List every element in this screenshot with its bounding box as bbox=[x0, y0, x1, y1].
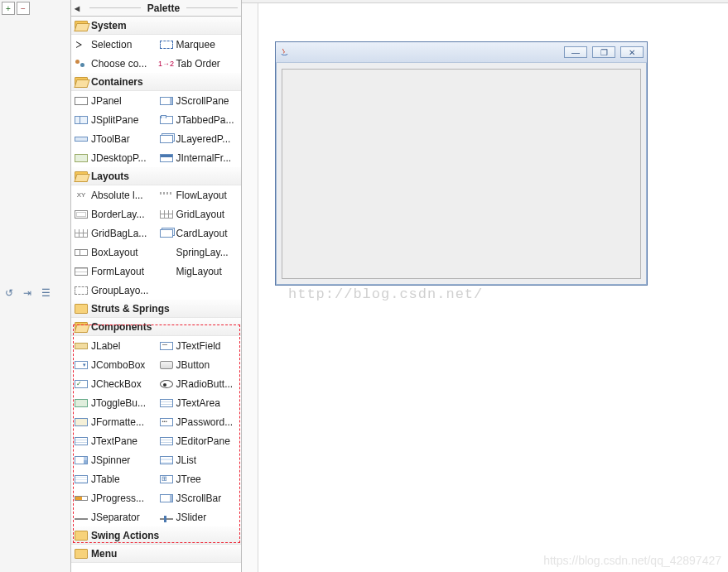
category-items: JLabelJTextFieldJComboBoxJButtonJCheckBo… bbox=[71, 336, 241, 526]
palette-item-label: JPassword... bbox=[176, 416, 234, 428]
category-label: Swing Actions bbox=[91, 530, 159, 541]
folder-closed-icon bbox=[75, 304, 88, 314]
palette-item-label: JCheckBox bbox=[91, 378, 142, 390]
tool-icon-1[interactable]: ↺ bbox=[2, 286, 17, 300]
check-icon bbox=[75, 380, 88, 388]
palette-item-selection[interactable]: Selection bbox=[71, 35, 157, 54]
category-menu: Menu bbox=[71, 545, 241, 563]
palette-item-jformatte[interactable]: JFormatte... bbox=[71, 412, 157, 431]
palette-header[interactable]: ◂ Palette bbox=[71, 0, 241, 17]
palette-item-flowlayout[interactable]: FlowLayout bbox=[157, 185, 242, 204]
jframe-preview[interactable]: — ❐ ✕ bbox=[275, 41, 648, 286]
palette-item-jcombobox[interactable]: JComboBox bbox=[71, 355, 157, 374]
palette-item-label: JLayeredP... bbox=[176, 133, 231, 145]
minimize-button[interactable]: — bbox=[564, 46, 587, 58]
category-header-layouts[interactable]: Layouts bbox=[71, 167, 241, 185]
jframe-content-pane[interactable] bbox=[282, 69, 641, 279]
category-header-components[interactable]: Components bbox=[71, 318, 241, 336]
palette-item-label: JToolBar bbox=[91, 133, 130, 145]
cursor-icon bbox=[75, 39, 88, 50]
palette-item-miglayout[interactable]: MigLayout bbox=[157, 262, 242, 281]
palette-item-jscrollbar[interactable]: JScrollBar bbox=[157, 488, 242, 507]
category-items: Absolute l...FlowLayoutBorderLay...GridL… bbox=[71, 185, 241, 300]
palette-item-jlabel[interactable]: JLabel bbox=[71, 336, 157, 355]
category-label: Menu bbox=[91, 548, 117, 560]
collapse-all-button[interactable]: − bbox=[17, 2, 30, 15]
palette-item-gridbagla[interactable]: GridBagLa... bbox=[71, 224, 157, 243]
palette-item-label: CardLayout bbox=[176, 228, 228, 239]
palette-item-taborder[interactable]: 1→2Tab Order bbox=[157, 54, 242, 73]
palette-item-marquee[interactable]: Marquee bbox=[157, 35, 242, 54]
palette-item-jspinner[interactable]: JSpinner bbox=[71, 450, 157, 469]
scroll-icon bbox=[160, 97, 173, 105]
palette-item-gridlayout[interactable]: GridLayout bbox=[157, 204, 242, 224]
close-button[interactable]: ✕ bbox=[620, 46, 644, 58]
palette-item-jradiobutt[interactable]: JRadioButt... bbox=[157, 374, 242, 393]
palette-item-jtextfield[interactable]: JTextField bbox=[157, 336, 242, 355]
palette-item-label: JTree bbox=[176, 473, 201, 485]
palette-item-formlayout[interactable]: FormLayout bbox=[71, 262, 157, 281]
collapse-arrow-icon[interactable]: ◂ bbox=[75, 2, 86, 14]
palette-item-jbutton[interactable]: JButton bbox=[157, 355, 242, 374]
expand-all-button[interactable]: + bbox=[2, 2, 15, 15]
palette-item-jtable[interactable]: JTable bbox=[71, 469, 157, 488]
spinner-icon bbox=[75, 456, 88, 464]
maximize-button[interactable]: ❐ bbox=[592, 46, 615, 58]
category-system: SystemSelectionMarqueeChoose co...1→2Tab… bbox=[71, 17, 241, 73]
palette-item-cardlayout[interactable]: CardLayout bbox=[157, 224, 242, 243]
category-header-system[interactable]: System bbox=[71, 17, 241, 35]
palette-item-label: JTextField bbox=[176, 340, 221, 352]
category-header-containers[interactable]: Containers bbox=[71, 73, 241, 91]
palette-item-jinternalfr[interactable]: JInternalFr... bbox=[157, 148, 242, 167]
palette-item-jcheckbox[interactable]: JCheckBox bbox=[71, 374, 157, 393]
balls-icon bbox=[75, 58, 88, 70]
palette-item-jlayeredp[interactable]: JLayeredP... bbox=[157, 129, 242, 148]
palette-item-jslider[interactable]: JSlider bbox=[157, 507, 242, 526]
desk-icon bbox=[75, 154, 88, 162]
palette-item-jprogress[interactable]: JProgress... bbox=[71, 488, 157, 507]
palette-item-jpanel[interactable]: JPanel bbox=[71, 91, 157, 110]
palette-item-absolutel[interactable]: Absolute l... bbox=[71, 185, 157, 204]
palette-scroll[interactable]: SystemSelectionMarqueeChoose co...1→2Tab… bbox=[71, 17, 241, 572]
designer-canvas[interactable]: — ❐ ✕ http://blog.csdn.net/ https://blog… bbox=[242, 0, 728, 572]
palette-item-boxlayout[interactable]: BoxLayout bbox=[71, 243, 157, 262]
grid-icon bbox=[160, 210, 173, 219]
palette-item-chooseco[interactable]: Choose co... bbox=[71, 54, 157, 73]
palette-item-jscrollpane[interactable]: JScrollPane bbox=[157, 91, 242, 110]
palette-item-jtogglebu[interactable]: JToggleBu... bbox=[71, 393, 157, 412]
palette-item-jtextarea[interactable]: JTextArea bbox=[157, 393, 242, 412]
palette-item-jtoolbar[interactable]: JToolBar bbox=[71, 129, 157, 148]
panel-icon bbox=[75, 97, 88, 105]
tool-icon-2[interactable]: ⇥ bbox=[20, 286, 35, 300]
palette-item-jpassword[interactable]: JPassword... bbox=[157, 412, 242, 431]
flow-icon bbox=[160, 192, 173, 199]
palette-item-jlist[interactable]: JList bbox=[157, 450, 242, 469]
palette-item-label: JLabel bbox=[91, 340, 120, 352]
category-label: Containers bbox=[91, 76, 143, 88]
palette-item-jeditorpane[interactable]: JEditorPane bbox=[157, 431, 242, 450]
tool-icon-3[interactable]: ☰ bbox=[38, 286, 53, 300]
category-header-struts[interactable]: Struts & Springs bbox=[71, 300, 241, 318]
sep-icon bbox=[75, 518, 88, 520]
category-items: JPanelJScrollPaneJSplitPaneJTabbedPa...J… bbox=[71, 91, 241, 167]
palette-item-jseparator[interactable]: JSeparator bbox=[71, 507, 157, 526]
palette-item-label: JSpinner bbox=[91, 454, 130, 466]
palette-item-springlay[interactable]: SpringLay... bbox=[157, 243, 242, 262]
palette-item-jtree[interactable]: JTree bbox=[157, 469, 242, 488]
palette-item-jtabbedpa[interactable]: JTabbedPa... bbox=[157, 110, 242, 129]
split-icon bbox=[75, 116, 88, 124]
button-icon bbox=[160, 361, 173, 369]
folder-open-icon bbox=[75, 171, 88, 181]
palette-item-label: JPanel bbox=[91, 95, 122, 107]
palette-item-jsplitpane[interactable]: JSplitPane bbox=[71, 110, 157, 129]
category-header-menu[interactable]: Menu bbox=[71, 545, 241, 563]
category-struts: Struts & Springs bbox=[71, 300, 241, 318]
category-label: Struts & Springs bbox=[91, 303, 170, 315]
palette-item-jdesktopp[interactable]: JDesktopP... bbox=[71, 148, 157, 167]
palette-item-borderlay[interactable]: BorderLay... bbox=[71, 204, 157, 224]
jframe-titlebar[interactable]: — ❐ ✕ bbox=[276, 42, 647, 63]
palette-item-grouplayo[interactable]: GroupLayo... bbox=[71, 281, 157, 300]
palette-item-jtextpane[interactable]: JTextPane bbox=[71, 431, 157, 450]
category-header-swing_actions[interactable]: Swing Actions bbox=[71, 526, 241, 545]
palette-item-label: Absolute l... bbox=[91, 190, 143, 201]
